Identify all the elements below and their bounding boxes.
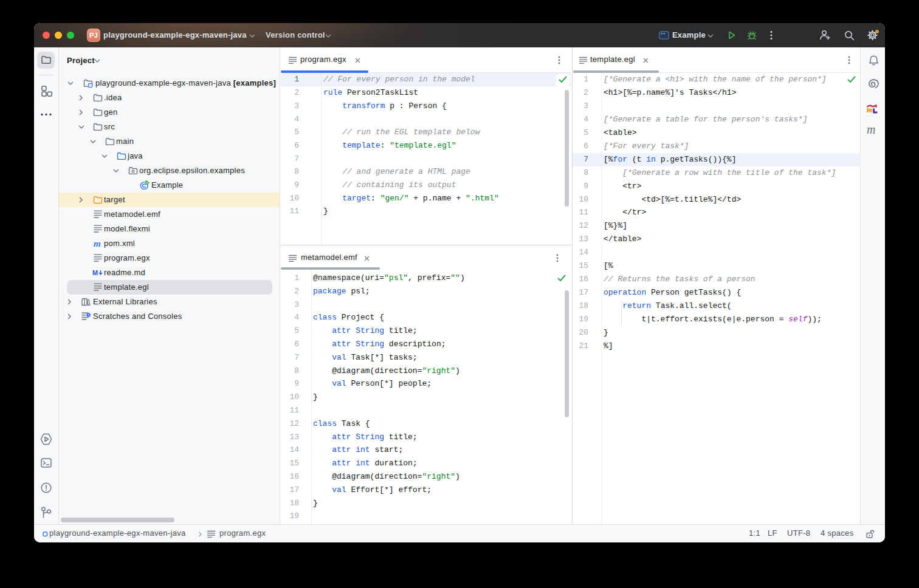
svg-text:m: m — [94, 239, 101, 248]
svg-text:m: m — [867, 123, 875, 136]
svg-text:M: M — [92, 269, 98, 276]
